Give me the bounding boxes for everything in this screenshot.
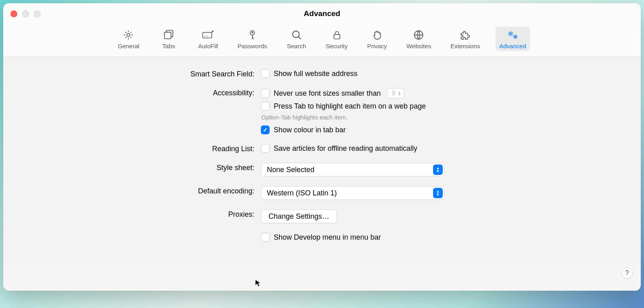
tab-extensions[interactable]: Extensions xyxy=(446,27,484,51)
tab-label: Security xyxy=(326,43,348,49)
default-encoding-label: Default encoding: xyxy=(19,186,261,195)
tab-security[interactable]: Security xyxy=(322,27,352,51)
zoom-window-button[interactable] xyxy=(34,10,41,17)
tab-label: General xyxy=(118,43,139,49)
min-font-size-checkbox[interactable] xyxy=(261,89,270,98)
tab-general[interactable]: General xyxy=(114,27,143,51)
hand-icon xyxy=(371,29,383,41)
svg-point-11 xyxy=(510,33,512,35)
style-sheet-label: Style sheet: xyxy=(19,163,261,172)
svg-point-7 xyxy=(252,32,253,33)
select-arrows-icon: ▲▼ xyxy=(433,188,443,198)
show-colour-tab-bar-label: Show colour in tab bar xyxy=(274,126,346,134)
svg-point-8 xyxy=(293,31,299,37)
tab-websites[interactable]: Websites xyxy=(402,27,435,51)
tab-label: Websites xyxy=(407,43,431,49)
press-tab-label: Press Tab to highlight each item on a we… xyxy=(274,102,426,111)
tab-label: Passwords xyxy=(237,43,267,49)
window-controls xyxy=(10,10,41,17)
lock-icon xyxy=(331,29,343,41)
close-window-button[interactable] xyxy=(10,10,17,17)
press-tab-hint: Option-Tab highlights each item. xyxy=(261,114,426,121)
svg-point-0 xyxy=(127,33,130,36)
tab-label: Search xyxy=(287,43,306,49)
svg-point-3 xyxy=(204,36,205,37)
style-sheet-value: None Selected xyxy=(267,166,314,174)
press-tab-checkbox[interactable] xyxy=(261,102,270,111)
reading-list-label: Reading List: xyxy=(19,144,261,153)
min-font-size-value: 9 xyxy=(392,90,395,97)
help-button[interactable]: ? xyxy=(621,267,633,279)
puzzle-icon xyxy=(459,29,471,41)
min-font-size-label: Never use font sizes smaller than xyxy=(274,89,381,98)
change-proxy-settings-button[interactable]: Change Settings… xyxy=(261,209,337,223)
gears-icon xyxy=(507,29,519,41)
min-font-size-stepper[interactable]: 9 ▲▼ xyxy=(387,88,404,99)
svg-point-5 xyxy=(208,36,208,37)
mouse-cursor-icon xyxy=(254,279,263,287)
default-encoding-select[interactable]: Western (ISO Latin 1) ▲▼ xyxy=(261,186,444,200)
default-encoding-value: Western (ISO Latin 1) xyxy=(267,189,337,197)
minimize-window-button[interactable] xyxy=(22,10,29,17)
tab-label: Tabs xyxy=(162,43,175,49)
window-title: Advanced xyxy=(3,9,641,18)
tab-label: Advanced xyxy=(500,43,526,49)
autofill-icon xyxy=(202,29,214,41)
svg-rect-1 xyxy=(165,32,171,39)
style-sheet-select[interactable]: None Selected ▲▼ xyxy=(261,163,444,177)
tab-tabs[interactable]: Tabs xyxy=(155,27,183,51)
show-full-address-label: Show full website address xyxy=(274,70,357,78)
svg-point-4 xyxy=(206,36,207,37)
tab-label: Privacy xyxy=(367,43,387,49)
tab-privacy[interactable]: Privacy xyxy=(363,27,391,51)
proxies-label: Proxies: xyxy=(19,209,261,219)
save-offline-label: Save articles for offline reading automa… xyxy=(274,144,417,153)
show-develop-menu-checkbox[interactable] xyxy=(261,233,270,242)
svg-rect-9 xyxy=(334,35,340,39)
show-develop-menu-label: Show Develop menu in menu bar xyxy=(274,233,381,242)
preferences-toolbar: General Tabs AutoFill Passwords xyxy=(3,24,641,57)
tab-search[interactable]: Search xyxy=(283,27,311,51)
titlebar: Advanced xyxy=(3,3,641,24)
tab-passwords[interactable]: Passwords xyxy=(233,27,271,51)
tab-autofill[interactable]: AutoFill xyxy=(194,27,222,51)
tabs-icon xyxy=(163,29,175,41)
select-arrows-icon: ▲▼ xyxy=(433,164,443,175)
globe-icon xyxy=(413,29,425,41)
search-icon xyxy=(291,29,303,41)
key-icon xyxy=(246,29,258,41)
show-colour-tab-bar-checkbox[interactable] xyxy=(261,125,270,134)
save-offline-checkbox[interactable] xyxy=(261,144,270,153)
tab-advanced[interactable]: Advanced xyxy=(495,27,530,51)
svg-point-12 xyxy=(514,36,516,38)
stepper-arrows-icon: ▲▼ xyxy=(398,91,401,96)
advanced-pane: Smart Search Field: Show full website ad… xyxy=(3,57,641,263)
svg-rect-2 xyxy=(203,33,212,38)
change-proxy-settings-label: Change Settings… xyxy=(268,212,329,221)
tab-label: AutoFill xyxy=(198,43,218,49)
gear-icon xyxy=(122,29,134,41)
preferences-window: Advanced General Tabs AutoFill xyxy=(3,3,641,291)
show-full-address-checkbox[interactable] xyxy=(261,69,270,78)
tab-label: Extensions xyxy=(450,43,480,49)
smart-search-label: Smart Search Field: xyxy=(19,69,261,78)
accessibility-label: Accessibility: xyxy=(19,88,261,97)
